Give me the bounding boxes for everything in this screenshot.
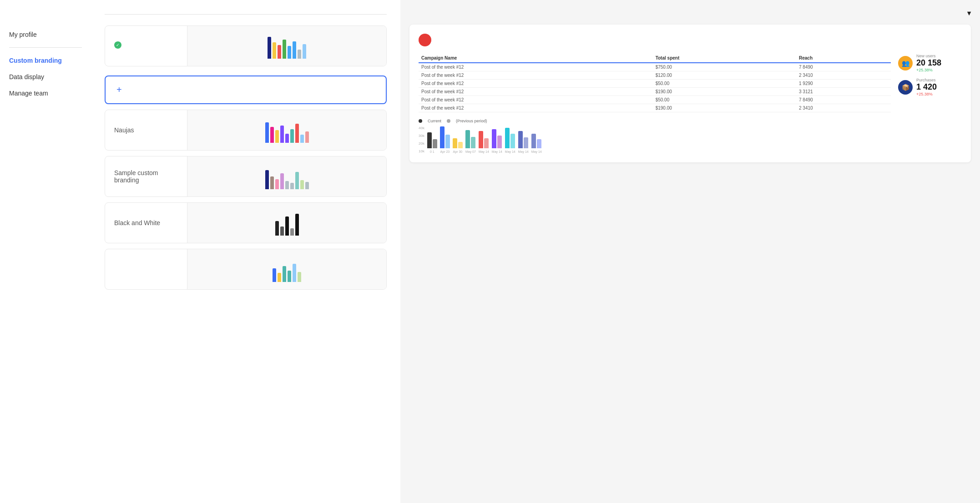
table-cell: $190.00 [653, 104, 796, 112]
table-cell: 7 8490 [796, 96, 891, 104]
report-stats: 👥 New users 20 158 +25.38% 📦 Purchases 1… [898, 54, 962, 112]
default-theme-preview [187, 26, 386, 66]
chart-column: May 14 [505, 128, 515, 153]
chart-with-labels: 40k 30k 20k 10k 0 1Apr 23Apr 30May 07May… [419, 126, 962, 153]
mini-bar [278, 273, 281, 282]
table-cell: 3 3121 [796, 88, 891, 96]
theme-card[interactable]: Naujas [105, 110, 387, 151]
mini-bar [298, 50, 301, 59]
mini-bar [275, 130, 279, 143]
table-header-row: Campaign NameTotal spentReach [419, 54, 891, 63]
theme-name [105, 262, 187, 277]
mini-bar [283, 266, 286, 282]
purchases-label: Purchases [916, 78, 937, 82]
mini-bar [305, 182, 309, 189]
table-cell: Post of the week #12 [419, 80, 653, 88]
sidebar-item-custom-branding[interactable]: Custom branding [9, 52, 82, 69]
table-cell: $190.00 [653, 88, 796, 96]
mini-bar [280, 226, 284, 236]
sidebar-item-manage-team[interactable]: Manage team [9, 85, 82, 101]
mini-bar [280, 126, 284, 143]
mini-bar [273, 268, 276, 282]
chart-bar [458, 142, 463, 148]
table-cell: Post of the week #12 [419, 88, 653, 96]
chart-bar-group [479, 131, 489, 148]
default-theme-label [105, 34, 187, 58]
tab-bar [105, 0, 387, 15]
legend-current-dot [419, 119, 422, 123]
chart-bar-group [531, 134, 541, 148]
new-users-value: 20 158 [916, 58, 941, 68]
theme-mini-bars [265, 118, 309, 143]
active-badge [114, 41, 178, 49]
purchases-icon: 📦 [898, 80, 913, 95]
chart-bars: 0 1Apr 23Apr 30May 07May 14May 14May 14M… [427, 126, 542, 153]
table-row: Post of the week #12$190.002 3410 [419, 104, 891, 112]
theme-preview [187, 249, 386, 289]
new-users-label: New users [916, 54, 941, 58]
mini-bar [300, 180, 304, 189]
theme-mini-bars [265, 164, 309, 189]
chart-x-label: May 14 [505, 150, 515, 153]
chart-bar [453, 138, 457, 148]
stat-purchases: 📦 Purchases 1 420 +25.38% [898, 78, 962, 96]
table-cell: $750.00 [653, 63, 796, 71]
create-theme-button[interactable]: + [105, 75, 387, 104]
mini-bar [270, 176, 274, 189]
sidebar-item-my-profile[interactable]: My profile [9, 26, 82, 43]
table-row: Post of the week #12$120.002 3410 [419, 71, 891, 80]
orientation-selector[interactable]: ▾ [965, 9, 971, 17]
chart-x-label: Apr 23 [440, 150, 450, 153]
table-row: Post of the week #12$750.007 8490 [419, 63, 891, 71]
theme-name: Naujas [105, 119, 187, 141]
chart-x-label: Apr 30 [453, 150, 463, 153]
chart-column: May 14 [479, 131, 489, 153]
theme-card[interactable]: Sample custom branding [105, 156, 387, 197]
theme-preview [187, 110, 386, 150]
chart-bar-group [465, 130, 475, 148]
preview-header: ▾ [409, 9, 971, 17]
table-cell: Post of the week #12 [419, 63, 653, 71]
sidebar-item-data-display[interactable]: Data display [9, 69, 82, 85]
chart-bar [484, 138, 489, 148]
chart-column: May 07 [465, 130, 476, 153]
theme-mini-bars [273, 257, 301, 282]
mini-bar [275, 179, 279, 189]
mini-bar [265, 170, 269, 189]
chart-column: May 14 [518, 131, 529, 153]
chart-bar-group [505, 128, 515, 148]
purchases-value: 1 420 [916, 82, 937, 92]
chart-bar [518, 131, 523, 148]
settings-panel: + NaujasSample custom brandingBlack and … [91, 0, 400, 503]
table-cell: Post of the week #12 [419, 96, 653, 104]
theme-card[interactable] [105, 249, 387, 290]
sidebar: My profile Custom branding Data display … [0, 0, 91, 503]
theme-card[interactable]: Black and White [105, 202, 387, 243]
theme-preview [187, 203, 386, 243]
mini-bar [290, 129, 294, 143]
legend-previous-dot [447, 119, 450, 123]
mini-bar [275, 221, 279, 236]
legend-current-label: Current [428, 119, 441, 123]
table-cell: Post of the week #12 [419, 104, 653, 112]
chart-bar-group [440, 126, 450, 148]
theme-name: Sample custom branding [105, 162, 187, 191]
mini-bar [283, 40, 286, 59]
mini-bar [300, 135, 304, 143]
stat-new-users: 👥 New users 20 158 +25.38% [898, 54, 962, 72]
chart-bar-group [492, 129, 502, 148]
report-card: Campaign NameTotal spentReach Post of th… [409, 25, 971, 162]
mini-bar [285, 134, 289, 143]
table-column-header: Total spent [653, 54, 796, 63]
mini-bar [290, 183, 294, 189]
chart-bar [479, 131, 483, 148]
chart-bar [471, 137, 475, 148]
default-theme-card[interactable] [105, 25, 387, 66]
chart-bar [465, 130, 470, 148]
mini-bar [280, 173, 284, 189]
table-body: Post of the week #12$750.007 8490Post of… [419, 63, 891, 112]
chart-bar-group [518, 131, 528, 148]
theme-cards-container: NaujasSample custom brandingBlack and Wh… [105, 110, 387, 290]
chart-bar [524, 137, 528, 148]
mini-bar [285, 181, 289, 189]
